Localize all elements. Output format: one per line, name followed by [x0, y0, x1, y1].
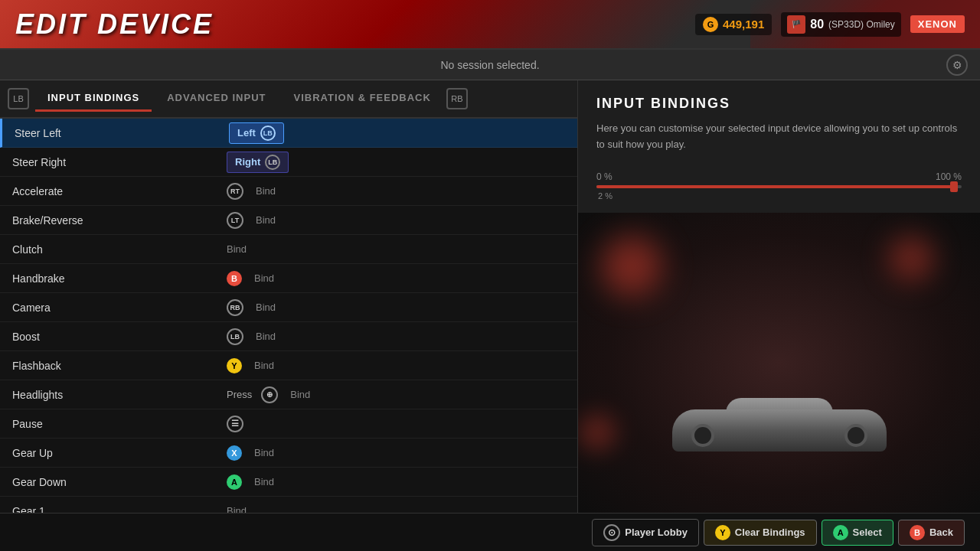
binding-name-gear-1: Gear 1 — [12, 505, 227, 514]
select-label: Select — [853, 527, 882, 538]
binding-controls-pause: ☰ — [227, 416, 565, 432]
currency-amount: 449,191 — [723, 18, 764, 31]
tab-advanced-input[interactable]: ADVANCED INPUT — [155, 86, 278, 112]
binding-name-steer-right: Steer Right — [12, 156, 227, 168]
binding-controls-accelerate: RT Bind — [227, 183, 565, 200]
binding-key-steer-right: Right LB — [227, 152, 289, 173]
binding-row-boost[interactable]: Boost LB Bind — [0, 322, 577, 351]
tab-rb-icon[interactable]: RB — [446, 88, 468, 109]
player-lobby-button[interactable]: ⊙ Player Lobby — [592, 519, 699, 546]
binding-controls-flashback: Y Bind — [227, 358, 565, 373]
binding-row-clutch[interactable]: Clutch Bind — [0, 235, 577, 264]
x-icon-gear-up: X — [227, 445, 242, 461]
car-shape — [672, 406, 887, 467]
currency-icon: G — [703, 17, 718, 32]
bind-label-camera: Bind — [256, 302, 276, 313]
session-text: No session selected. — [440, 59, 539, 71]
binding-row-camera[interactable]: Camera RB Bind — [0, 293, 577, 322]
bindings-list: Steer Left Left LB Steer Right Right LB — [0, 119, 577, 513]
slider-fill — [596, 185, 954, 188]
binding-name-camera: Camera — [12, 302, 227, 314]
rt-icon-accelerate: RT — [227, 183, 243, 200]
binding-controls-brake: LT Bind — [227, 212, 565, 229]
back-icon: B — [910, 525, 925, 540]
bind-label-gear-1: Bind — [227, 505, 247, 513]
info-header: INPUT BINDINGS Here you can customise yo… — [578, 80, 980, 171]
session-bar: No session selected. ⚙ — [0, 50, 980, 80]
clear-bindings-button[interactable]: Y Clear Bindings — [704, 520, 817, 546]
slider-thumb — [950, 181, 958, 192]
binding-row-gear-down[interactable]: Gear Down A Bind — [0, 468, 577, 497]
car-glow-2 — [888, 236, 934, 282]
car-wheel-right — [844, 424, 867, 447]
binding-row-pause[interactable]: Pause ☰ — [0, 409, 577, 439]
player-level: 80 — [810, 18, 824, 31]
bind-label-gear-up: Bind — [254, 447, 274, 458]
lobby-label: Player Lobby — [625, 527, 688, 538]
top-right-area: G 449,191 🏴 80 (SP33D) Omiley XENON — [695, 12, 965, 37]
rb-icon-camera: RB — [227, 299, 243, 316]
binding-row-brake[interactable]: Brake/Reverse LT Bind — [0, 206, 577, 235]
tab-lb-icon[interactable]: LB — [8, 88, 29, 109]
left-panel: LB INPUT BINDINGS ADVANCED INPUT VIBRATI… — [0, 80, 578, 513]
bind-label-clutch: Bind — [227, 243, 247, 255]
bind-label-brake: Bind — [256, 214, 276, 226]
binding-name-clutch: Clutch — [12, 243, 227, 256]
lobby-icon: ⊙ — [603, 524, 620, 541]
dpad-icon-headlights: ⊕ — [261, 386, 278, 403]
clear-label: Clear Bindings — [735, 527, 805, 538]
headlights-press-label: Press — [227, 389, 252, 400]
binding-controls-camera: RB Bind — [227, 299, 565, 316]
back-label: Back — [929, 527, 953, 538]
binding-row-steer-left[interactable]: Steer Left Left LB — [0, 119, 577, 148]
binding-name-brake: Brake/Reverse — [12, 214, 227, 227]
lt-icon-brake: LT — [227, 212, 243, 229]
binding-controls-gear-1: Bind — [227, 505, 565, 513]
main-layout: LB INPUT BINDINGS ADVANCED INPUT VIBRATI… — [0, 80, 980, 513]
bind-label-boost: Bind — [256, 331, 276, 342]
currency-display: G 449,191 — [695, 14, 772, 35]
page-title: EDIT DEVICE — [15, 8, 214, 41]
select-icon: A — [833, 525, 848, 540]
lb-icon-steer-left: LB — [260, 126, 276, 141]
binding-row-steer-right[interactable]: Steer Right Right LB — [0, 148, 577, 177]
binding-controls-steer-left: Left LB — [229, 122, 565, 144]
slider-area: 0 % 100 % 2 % — [578, 171, 980, 201]
binding-row-accelerate[interactable]: Accelerate RT Bind — [0, 177, 577, 206]
car-glow-3 — [578, 413, 616, 452]
binding-name-steer-left: Steer Left — [15, 127, 229, 139]
session-settings-icon[interactable]: ⚙ — [946, 54, 968, 76]
binding-name-gear-up: Gear Up — [12, 447, 227, 459]
bind-label-headlights: Bind — [290, 389, 310, 400]
bind-label-flashback: Bind — [254, 360, 274, 371]
bottom-bar: ⊙ Player Lobby Y Clear Bindings A Select… — [0, 513, 980, 551]
xenon-badge: XENON — [910, 15, 965, 33]
slider-track[interactable] — [596, 185, 962, 188]
right-panel: INPUT BINDINGS Here you can customise yo… — [578, 80, 980, 513]
info-description: Here you can customise your selected inp… — [596, 121, 962, 153]
binding-controls-gear-down: A Bind — [227, 474, 565, 490]
binding-controls-clutch: Bind — [227, 243, 565, 255]
binding-name-flashback: Flashback — [12, 360, 227, 372]
tab-input-bindings[interactable]: INPUT BINDINGS — [35, 86, 152, 112]
binding-row-gear-1[interactable]: Gear 1 Bind — [0, 497, 577, 513]
car-wheel-left — [691, 424, 714, 447]
bind-label-accelerate: Bind — [256, 185, 276, 197]
binding-row-headlights[interactable]: Headlights Press ⊕ Bind — [0, 380, 577, 409]
car-glow-1 — [601, 236, 662, 297]
select-button[interactable]: A Select — [822, 520, 893, 546]
back-button[interactable]: B Back — [898, 520, 965, 546]
player-flag-icon: 🏴 — [787, 15, 805, 34]
binding-row-handbrake[interactable]: Handbrake B Bind — [0, 264, 577, 293]
binding-name-boost: Boost — [12, 331, 227, 343]
binding-name-handbrake: Handbrake — [12, 272, 227, 285]
lb-icon-steer-right: LB — [265, 155, 280, 170]
tab-vibration-feedback[interactable]: VIBRATION & FEEDBACK — [282, 86, 443, 112]
player-tag: (SP33D) Omiley — [828, 19, 895, 30]
bind-label-gear-down: Bind — [254, 476, 274, 487]
binding-controls-steer-right: Right LB — [227, 152, 565, 173]
binding-row-flashback[interactable]: Flashback Y Bind — [0, 351, 577, 380]
clear-icon: Y — [715, 525, 730, 540]
binding-row-gear-up[interactable]: Gear Up X Bind — [0, 439, 577, 468]
car-preview — [578, 213, 980, 513]
